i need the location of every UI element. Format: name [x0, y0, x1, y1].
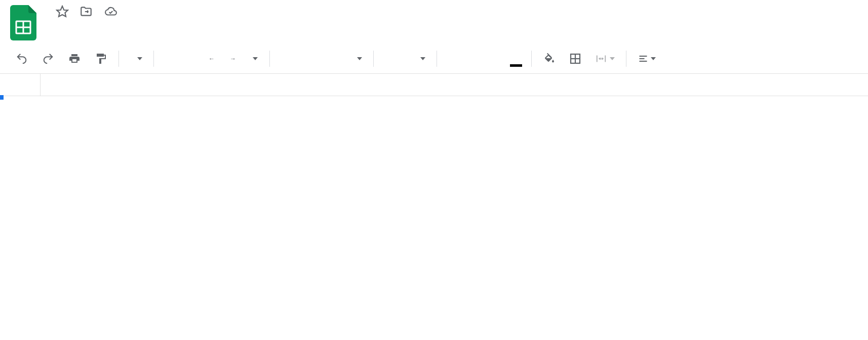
- undo-icon[interactable]: [10, 50, 33, 68]
- separator: [153, 51, 154, 67]
- decrease-decimal-button[interactable]: ←: [203, 50, 221, 68]
- cloud-saved-icon[interactable]: [103, 5, 119, 18]
- formula-input[interactable]: [41, 74, 868, 96]
- format-percent-button[interactable]: [181, 50, 200, 68]
- menu-bar: [46, 23, 868, 27]
- menu-data[interactable]: [122, 23, 135, 27]
- menu-help[interactable]: [167, 23, 180, 27]
- cell-selection: [0, 96, 2, 98]
- zoom-select[interactable]: [125, 50, 147, 68]
- print-icon[interactable]: [63, 50, 86, 68]
- menu-insert[interactable]: [91, 23, 104, 27]
- toolbar: ← →: [0, 44, 868, 74]
- separator: [437, 51, 437, 67]
- menu-addons[interactable]: [152, 23, 165, 27]
- move-folder-icon[interactable]: [79, 5, 93, 18]
- strikethrough-button[interactable]: [486, 50, 504, 68]
- font-select[interactable]: [276, 50, 367, 68]
- merge-cells-button[interactable]: [589, 50, 620, 68]
- fx-label: [0, 74, 41, 96]
- menu-format[interactable]: [106, 23, 120, 27]
- borders-button[interactable]: [564, 50, 586, 68]
- menu-import-csv[interactable]: [182, 23, 195, 27]
- bold-button[interactable]: [443, 50, 461, 68]
- menu-edit[interactable]: [61, 23, 74, 27]
- menu-view[interactable]: [76, 23, 89, 27]
- sheets-logo-icon[interactable]: [10, 5, 36, 40]
- separator: [269, 51, 270, 67]
- menu-tools[interactable]: [137, 23, 150, 27]
- menu-file[interactable]: [46, 23, 59, 27]
- fill-color-button[interactable]: [538, 50, 561, 68]
- horizontal-align-button[interactable]: [633, 50, 661, 68]
- redo-icon[interactable]: [36, 50, 60, 68]
- separator: [373, 51, 374, 67]
- formula-bar: [0, 74, 868, 96]
- text-color-button[interactable]: [507, 50, 525, 68]
- italic-button[interactable]: [464, 50, 483, 68]
- paint-format-icon[interactable]: [89, 50, 112, 68]
- increase-decimal-button[interactable]: →: [224, 50, 242, 68]
- separator: [531, 51, 532, 67]
- star-icon[interactable]: [56, 5, 69, 18]
- more-formats-button[interactable]: [245, 50, 263, 68]
- separator: [626, 51, 626, 67]
- font-size-select[interactable]: [380, 50, 430, 68]
- format-currency-button[interactable]: [160, 50, 178, 68]
- separator: [119, 51, 119, 67]
- svg-marker-3: [57, 6, 68, 17]
